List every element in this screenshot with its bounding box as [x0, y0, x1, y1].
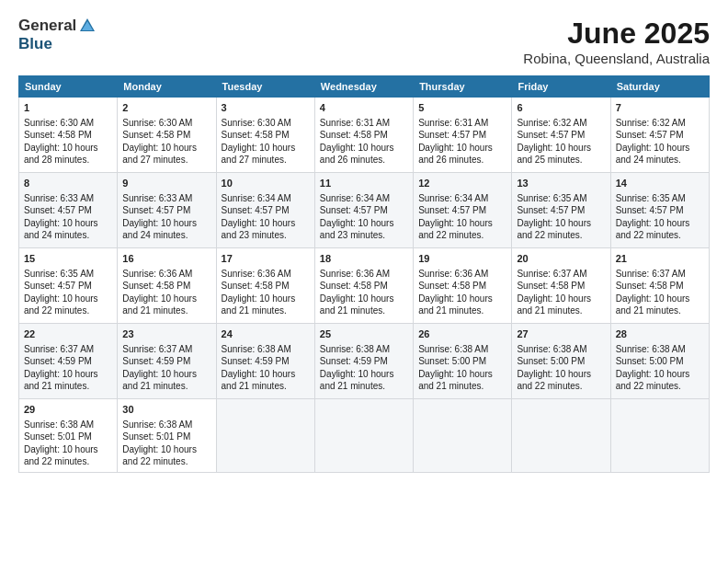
- day-info: Sunset: 4:59 PM: [222, 355, 310, 368]
- weekday-header: Tuesday: [216, 76, 314, 98]
- weekday-header: Friday: [512, 76, 610, 98]
- day-info: Sunrise: 6:37 AM: [517, 268, 605, 281]
- day-info: Sunrise: 6:33 AM: [24, 192, 112, 205]
- day-info: Sunrise: 6:30 AM: [222, 117, 310, 130]
- day-info: and 21 minutes.: [222, 304, 310, 317]
- day-info: Sunrise: 6:30 AM: [24, 117, 112, 130]
- calendar-cell: 24Sunrise: 6:38 AMSunset: 4:59 PMDayligh…: [216, 324, 314, 399]
- day-info: Sunrise: 6:33 AM: [122, 192, 210, 205]
- day-info: and 23 minutes.: [222, 229, 310, 242]
- day-info: and 27 minutes.: [222, 154, 310, 167]
- day-info: Sunset: 4:58 PM: [616, 280, 704, 293]
- day-number: 13: [517, 177, 605, 190]
- day-info: Daylight: 10 hours: [24, 217, 112, 230]
- weekday-header: Saturday: [610, 76, 709, 98]
- day-info: Sunrise: 6:32 AM: [517, 117, 605, 130]
- day-info: Sunrise: 6:36 AM: [222, 268, 310, 281]
- day-number: 18: [320, 252, 408, 266]
- day-info: and 22 minutes.: [24, 455, 112, 468]
- day-info: Daylight: 10 hours: [517, 142, 605, 155]
- day-number: 27: [517, 327, 605, 341]
- day-number: 19: [418, 252, 506, 266]
- day-number: 5: [418, 101, 506, 115]
- location-title: Robina, Queensland, Australia: [523, 51, 710, 66]
- calendar-cell: 7Sunrise: 6:32 AMSunset: 4:57 PMDaylight…: [610, 98, 709, 173]
- day-info: Sunrise: 6:36 AM: [418, 268, 506, 281]
- day-info: and 26 minutes.: [320, 154, 408, 167]
- logo: General Blue: [18, 17, 97, 53]
- day-number: 16: [122, 252, 210, 266]
- day-number: 10: [222, 177, 310, 190]
- day-info: and 23 minutes.: [320, 229, 408, 242]
- calendar-cell: 9Sunrise: 6:33 AMSunset: 4:57 PMDaylight…: [118, 173, 216, 248]
- day-info: Sunrise: 6:30 AM: [122, 117, 210, 130]
- day-info: Sunrise: 6:38 AM: [222, 343, 310, 356]
- day-info: and 24 minutes.: [24, 229, 112, 242]
- day-info: Sunrise: 6:38 AM: [24, 419, 112, 431]
- day-info: Sunrise: 6:34 AM: [222, 192, 310, 205]
- day-info: Daylight: 10 hours: [517, 293, 605, 305]
- calendar-cell: 29Sunrise: 6:38 AMSunset: 5:01 PMDayligh…: [19, 399, 118, 473]
- weekday-header: Monday: [118, 76, 216, 98]
- weekday-header: Sunday: [19, 76, 118, 98]
- day-number: 15: [24, 252, 112, 266]
- day-info: Daylight: 10 hours: [616, 217, 704, 230]
- day-info: Daylight: 10 hours: [517, 217, 605, 230]
- day-info: Sunset: 4:58 PM: [222, 280, 310, 293]
- day-info: Daylight: 10 hours: [616, 368, 704, 381]
- logo-blue-text: Blue: [18, 35, 52, 53]
- day-info: and 21 minutes.: [222, 380, 310, 393]
- day-info: Daylight: 10 hours: [24, 142, 112, 155]
- day-info: Sunrise: 6:34 AM: [418, 192, 506, 205]
- day-info: Sunrise: 6:38 AM: [122, 419, 210, 431]
- day-info: and 22 minutes.: [517, 380, 605, 393]
- calendar-cell: 21Sunrise: 6:37 AMSunset: 4:58 PMDayligh…: [610, 248, 709, 324]
- day-info: Daylight: 10 hours: [122, 142, 210, 155]
- day-info: Sunrise: 6:38 AM: [418, 343, 506, 356]
- day-info: Daylight: 10 hours: [418, 217, 506, 230]
- day-info: Sunrise: 6:35 AM: [616, 192, 704, 205]
- day-info: and 22 minutes.: [517, 229, 605, 242]
- day-info: Sunset: 4:58 PM: [122, 129, 210, 142]
- calendar-cell: 15Sunrise: 6:35 AMSunset: 4:57 PMDayligh…: [19, 248, 118, 324]
- day-info: Daylight: 10 hours: [122, 293, 210, 305]
- day-info: and 22 minutes.: [616, 380, 704, 393]
- day-info: Daylight: 10 hours: [24, 293, 112, 305]
- day-info: and 26 minutes.: [418, 154, 506, 167]
- day-info: Daylight: 10 hours: [616, 293, 704, 305]
- calendar-cell: 27Sunrise: 6:38 AMSunset: 5:00 PMDayligh…: [512, 324, 610, 399]
- calendar-cell: 3Sunrise: 6:30 AMSunset: 4:58 PMDaylight…: [216, 98, 314, 173]
- day-info: Sunset: 4:58 PM: [418, 280, 506, 293]
- day-info: Sunset: 4:59 PM: [320, 355, 408, 368]
- day-info: Daylight: 10 hours: [222, 142, 310, 155]
- day-info: Sunset: 4:58 PM: [320, 280, 408, 293]
- day-info: Sunset: 5:01 PM: [122, 431, 210, 443]
- calendar-cell: 8Sunrise: 6:33 AMSunset: 4:57 PMDaylight…: [19, 173, 118, 248]
- day-info: Sunrise: 6:31 AM: [418, 117, 506, 130]
- day-info: Sunset: 5:00 PM: [517, 355, 605, 368]
- day-info: Daylight: 10 hours: [24, 443, 112, 456]
- day-info: Sunset: 4:57 PM: [222, 204, 310, 217]
- day-info: Sunrise: 6:32 AM: [616, 117, 704, 130]
- calendar: SundayMondayTuesdayWednesdayThursdayFrid…: [18, 75, 710, 473]
- day-info: Sunset: 4:58 PM: [517, 280, 605, 293]
- day-info: Daylight: 10 hours: [517, 368, 605, 381]
- calendar-cell: [414, 399, 512, 473]
- day-info: Sunset: 4:57 PM: [418, 204, 506, 217]
- day-number: 12: [418, 177, 506, 190]
- calendar-cell: 30Sunrise: 6:38 AMSunset: 5:01 PMDayligh…: [118, 399, 216, 473]
- day-info: Sunset: 4:57 PM: [616, 204, 704, 217]
- day-info: Sunrise: 6:37 AM: [616, 268, 704, 281]
- calendar-cell: 11Sunrise: 6:34 AMSunset: 4:57 PMDayligh…: [314, 173, 413, 248]
- weekday-header: Wednesday: [314, 76, 413, 98]
- day-info: Sunset: 4:57 PM: [616, 129, 704, 142]
- day-info: Daylight: 10 hours: [616, 142, 704, 155]
- day-number: 9: [122, 177, 210, 190]
- calendar-cell: [512, 399, 610, 473]
- day-info: Daylight: 10 hours: [320, 142, 408, 155]
- calendar-cell: [314, 399, 413, 473]
- day-info: Sunset: 5:00 PM: [418, 355, 506, 368]
- day-number: 30: [122, 403, 210, 417]
- day-number: 8: [24, 177, 112, 190]
- day-info: Sunrise: 6:35 AM: [24, 268, 112, 281]
